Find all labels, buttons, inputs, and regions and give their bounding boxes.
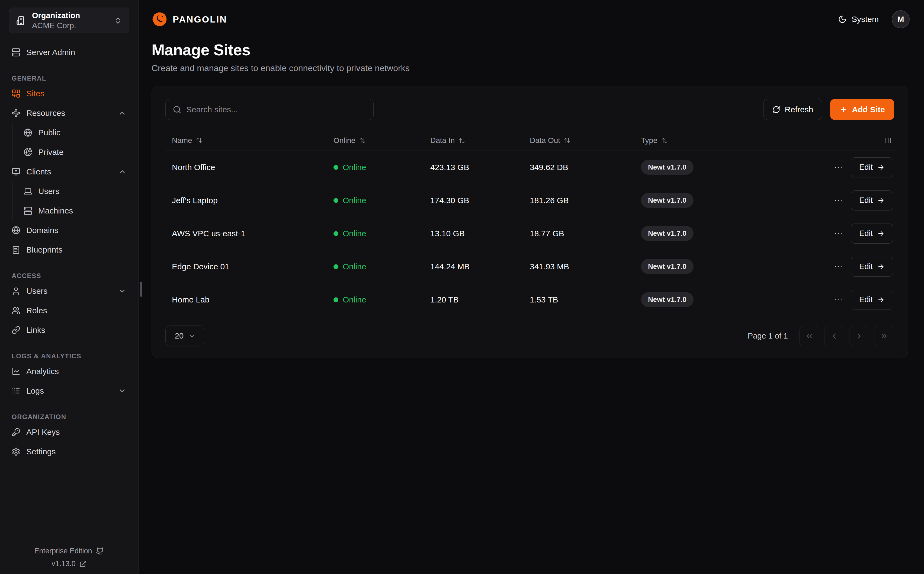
page-header: Manage Sites Create and manage sites to …	[138, 28, 924, 73]
column-header-online[interactable]: Online	[327, 136, 424, 145]
sidebar-item-server-admin[interactable]: Server Admin	[0, 43, 138, 62]
section-label-access: ACCESS	[0, 272, 138, 280]
sidebar-item-clients[interactable]: Clients	[0, 162, 138, 181]
avatar[interactable]: M	[892, 10, 910, 28]
sidebar-item-label: Users	[38, 187, 60, 196]
row-actions: Edit	[827, 290, 894, 310]
type-cell: Newt v1.7.0	[635, 193, 827, 208]
logs-icon	[12, 386, 20, 395]
arrow-right-icon	[877, 296, 885, 304]
sidebar-item-public[interactable]: Public	[13, 123, 138, 142]
status-badge: Online	[327, 295, 424, 304]
sidebar-item-machines[interactable]: Machines	[13, 201, 138, 221]
users-icon	[12, 306, 20, 315]
edit-button[interactable]: Edit	[851, 191, 893, 210]
theme-toggle[interactable]: System	[838, 15, 879, 24]
row-menu-button[interactable]	[833, 262, 843, 271]
sidebar-item-api-keys[interactable]: API Keys	[0, 423, 138, 442]
data-in: 13.10 GB	[424, 229, 523, 238]
section-label-general: GENERAL	[0, 75, 138, 82]
sidebar-item-label: Domains	[26, 226, 58, 235]
edit-button[interactable]: Edit	[851, 290, 893, 310]
sidebar-item-label: Blueprints	[26, 245, 62, 254]
section-label-logs-analytics: LOGS & ANALYTICS	[0, 352, 138, 360]
sidebar-item-label: Settings	[26, 447, 56, 456]
arrow-right-icon	[877, 164, 885, 171]
table-row: North Office Online 423.13 GB 349.62 DB …	[165, 151, 894, 184]
sidebar-item-client-users[interactable]: Users	[13, 181, 138, 201]
topbar: PANGOLIN System M	[138, 0, 924, 28]
plus-icon	[839, 106, 847, 114]
sidebar-item-links[interactable]: Links	[0, 320, 138, 340]
column-label: Name	[172, 136, 192, 145]
column-header-type[interactable]: Type	[635, 136, 827, 145]
edit-button[interactable]: Edit	[851, 224, 893, 244]
section-label-organization: ORGANIZATION	[0, 413, 138, 421]
page-subtitle: Create and manage sites to enable connec…	[152, 63, 911, 73]
search-input[interactable]	[186, 105, 366, 114]
column-header-actions	[827, 137, 894, 144]
ellipsis-icon	[833, 229, 843, 238]
sidebar-item-sites[interactable]: Sites	[0, 84, 138, 103]
column-label: Online	[333, 136, 355, 145]
row-menu-button[interactable]	[833, 196, 843, 205]
sites-table: Name Online Data In Data Out Type	[165, 130, 894, 316]
row-menu-button[interactable]	[833, 162, 843, 172]
column-label: Data In	[430, 136, 455, 145]
sidebar-item-logs[interactable]: Logs	[0, 381, 138, 401]
sidebar-item-blueprints[interactable]: Blueprints	[0, 240, 138, 260]
online-dot-icon	[333, 297, 338, 302]
column-label: Data Out	[530, 136, 560, 145]
sidebar-item-resources[interactable]: Resources	[0, 103, 138, 123]
sidebar-item-settings[interactable]: Settings	[0, 442, 138, 461]
row-menu-button[interactable]	[833, 229, 843, 238]
type-cell: Newt v1.7.0	[635, 226, 827, 241]
ellipsis-icon	[833, 295, 843, 304]
chevron-down-icon	[189, 333, 195, 340]
last-page-button[interactable]	[874, 326, 894, 346]
table-row: AWS VPC us-east-1 Online 13.10 GB 18.77 …	[165, 217, 894, 250]
column-header-data-in[interactable]: Data In	[424, 136, 523, 145]
sort-icon	[661, 137, 668, 144]
gear-icon	[12, 447, 20, 456]
edit-button[interactable]: Edit	[851, 157, 893, 177]
version-link[interactable]: v1.13.0	[52, 560, 87, 568]
refresh-label: Refresh	[785, 105, 813, 114]
data-in: 174.30 GB	[424, 196, 523, 205]
prev-page-button[interactable]	[824, 326, 844, 346]
table-header: Name Online Data In Data Out Type	[165, 130, 894, 151]
chevrons-left-icon	[805, 332, 814, 341]
online-dot-icon	[333, 165, 338, 170]
ellipsis-icon	[833, 196, 843, 205]
page-size-select[interactable]: 20	[165, 325, 205, 346]
sidebar-item-analytics[interactable]: Analytics	[0, 362, 138, 381]
column-header-data-out[interactable]: Data Out	[523, 136, 635, 145]
first-page-button[interactable]	[799, 326, 819, 346]
org-switcher[interactable]: Organization ACME Corp.	[9, 8, 129, 33]
edition-link[interactable]: Enterprise Edition	[34, 547, 104, 555]
refresh-button[interactable]: Refresh	[763, 99, 822, 120]
avatar-initial: M	[897, 15, 904, 24]
laptop-icon	[24, 187, 32, 196]
data-in: 144.24 MB	[424, 262, 523, 271]
sidebar-item-private[interactable]: Private	[13, 142, 138, 162]
next-page-button[interactable]	[849, 326, 869, 346]
columns-icon[interactable]	[885, 137, 891, 144]
edit-button[interactable]: Edit	[851, 257, 893, 277]
sort-icon	[196, 137, 203, 144]
row-menu-button[interactable]	[833, 295, 843, 304]
table-row: Edge Device 01 Online 144.24 MB 341.93 M…	[165, 250, 894, 283]
add-site-button[interactable]: Add Site	[830, 99, 894, 120]
edit-label: Edit	[859, 163, 873, 172]
sidebar-item-users[interactable]: Users	[0, 281, 138, 301]
column-label: Type	[641, 136, 657, 145]
pangolin-logo-icon	[152, 11, 168, 27]
sidebar-resize-handle[interactable]	[140, 282, 142, 297]
online-dot-icon	[333, 264, 338, 269]
ellipsis-icon	[833, 162, 843, 172]
sidebar-item-roles[interactable]: Roles	[0, 301, 138, 320]
column-header-name[interactable]: Name	[165, 136, 327, 145]
sidebar-item-label: Clients	[26, 167, 51, 176]
sidebar-item-domains[interactable]: Domains	[0, 221, 138, 240]
chevrons-up-down-icon	[114, 17, 122, 25]
